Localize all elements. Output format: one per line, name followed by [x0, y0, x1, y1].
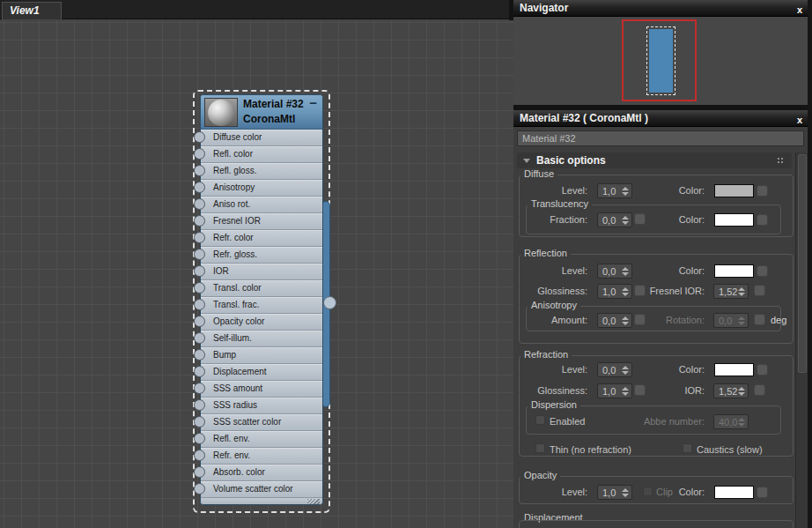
navigator-titlebar[interactable]: Navigator x — [513, 0, 808, 17]
slot-socket-icon[interactable] — [194, 131, 205, 143]
slot-socket-icon[interactable] — [194, 416, 205, 428]
diffuse-level-spinner[interactable]: 1,0 — [597, 183, 632, 198]
slot-socket-icon[interactable] — [194, 399, 205, 411]
rotation-spinner: 0,0 — [713, 313, 749, 328]
translucency-color-map-button[interactable] — [757, 214, 768, 226]
fresnel-ior-map-button[interactable] — [754, 285, 765, 296]
node-slot-label: Self-illum. — [213, 333, 252, 343]
spinner-arrows-icon[interactable] — [622, 186, 629, 197]
slot-socket-icon[interactable] — [194, 349, 205, 361]
node-slot[interactable]: Refl. env. — [201, 431, 322, 448]
node-slot[interactable]: Refr. color — [201, 230, 322, 247]
slot-socket-icon[interactable] — [194, 198, 205, 210]
node-slot[interactable]: Refl. color — [201, 146, 322, 163]
ior-spinner[interactable]: 1,52 — [713, 383, 749, 398]
node-slot[interactable]: IOR — [201, 264, 322, 280]
caustics-checkbox[interactable] — [683, 443, 692, 453]
node-slot[interactable]: Refl. gloss. — [201, 163, 322, 180]
navigator-close-icon[interactable]: x — [797, 2, 802, 18]
node-slot[interactable]: Anisotropy — [201, 180, 322, 197]
thin-checkbox[interactable] — [535, 443, 545, 453]
tab-view1[interactable]: View1 — [2, 2, 62, 19]
opacity-level-spinner[interactable]: 1,0 — [597, 485, 632, 500]
slot-socket-icon[interactable] — [194, 433, 205, 444]
node-slot[interactable]: Opacity color — [201, 314, 322, 331]
spinner-arrows-icon[interactable] — [622, 215, 629, 226]
rotation-map-button[interactable] — [754, 314, 765, 325]
reflection-level-spinner[interactable]: 0,0 — [597, 264, 632, 279]
reflection-color-map-button[interactable] — [757, 265, 768, 277]
refraction-color-map-button[interactable] — [757, 364, 768, 376]
node-slot[interactable]: Aniso rot. — [201, 197, 322, 213]
translucency-color-swatch[interactable] — [714, 213, 754, 227]
node-slot[interactable]: SSS amount — [201, 381, 322, 398]
opacity-color-swatch[interactable] — [714, 486, 754, 499]
slot-socket-icon[interactable] — [194, 366, 205, 377]
node-body[interactable]: Material #32 CoronaMtl − Diffuse colorRe… — [200, 94, 323, 505]
spinner-arrows-icon[interactable] — [622, 487, 629, 498]
node-slot[interactable]: Bump — [201, 347, 322, 364]
node-slot[interactable]: Transl. frac. — [201, 297, 322, 314]
node-slot[interactable]: Displacement — [201, 364, 322, 381]
scrollbar-thumb[interactable] — [798, 154, 807, 373]
node-subtitle: CoronaMtl — [243, 112, 304, 127]
node-slot[interactable]: Self-illum. — [201, 331, 322, 347]
rollout-grip-icon[interactable] — [777, 157, 785, 165]
node-slot[interactable]: Diffuse color — [201, 130, 322, 146]
slot-socket-icon[interactable] — [194, 165, 205, 176]
material-node[interactable]: Material #32 CoronaMtl − Diffuse colorRe… — [200, 94, 323, 505]
slot-socket-icon[interactable] — [194, 232, 205, 243]
slot-socket-icon[interactable] — [194, 148, 205, 160]
node-slot[interactable]: Volume scatter color — [201, 481, 322, 498]
slot-socket-icon[interactable] — [194, 299, 205, 310]
slot-socket-icon[interactable] — [194, 265, 205, 277]
material-name-input[interactable]: Material #32 — [517, 130, 804, 146]
reflection-color-swatch[interactable] — [714, 264, 754, 278]
diffuse-color-swatch[interactable] — [714, 184, 754, 197]
enabled-checkbox[interactable] — [535, 415, 545, 425]
slot-socket-icon[interactable] — [194, 282, 205, 294]
refraction-level-spinner[interactable]: 0,0 — [597, 362, 632, 377]
diffuse-color-map-button[interactable] — [757, 185, 768, 197]
parameters-close-icon[interactable]: x — [797, 112, 802, 128]
node-canvas[interactable]: Material #32 CoronaMtl − Diffuse colorRe… — [0, 20, 513, 528]
spinner-arrows-icon[interactable] — [622, 365, 629, 376]
node-resize-grip[interactable] — [307, 499, 320, 504]
node-output-socket[interactable] — [323, 296, 336, 309]
navigator-content[interactable] — [513, 17, 808, 105]
node-slot[interactable]: Refr. env. — [201, 448, 322, 465]
slot-socket-icon[interactable] — [194, 316, 205, 327]
spinner-arrows-icon[interactable] — [738, 386, 745, 397]
navigator-view-frame[interactable] — [622, 19, 697, 101]
node-collapse-icon[interactable]: − — [309, 97, 317, 109]
slot-socket-icon[interactable] — [194, 249, 205, 260]
fresnel-ior-spinner[interactable]: 1,52 — [713, 284, 749, 299]
slot-socket-icon[interactable] — [194, 466, 205, 478]
spinner-arrows-icon[interactable] — [622, 266, 629, 277]
node-header[interactable]: Material #32 CoronaMtl − — [201, 95, 322, 130]
navigator-node-thumbnail[interactable] — [649, 29, 673, 93]
node-slot[interactable]: SSS radius — [201, 398, 322, 414]
slot-socket-icon[interactable] — [194, 215, 205, 227]
slot-socket-icon[interactable] — [194, 450, 205, 461]
spinner-arrows-icon[interactable] — [738, 286, 745, 297]
ior-map-button[interactable] — [754, 384, 765, 396]
node-slot[interactable]: Transl. color — [201, 280, 322, 297]
slot-socket-icon[interactable] — [194, 483, 205, 495]
slot-socket-icon[interactable] — [194, 182, 205, 193]
fraction-map-button[interactable] — [634, 213, 646, 225]
abbe-number-spinner: 40,0 — [713, 414, 749, 429]
view-tabbar: View1 — [0, 0, 509, 19]
node-slot[interactable]: SSS scatter color — [201, 414, 322, 431]
node-slot[interactable]: Absorb. color — [201, 465, 322, 481]
parameters-scrollbar[interactable] — [795, 152, 808, 528]
slot-socket-icon[interactable] — [194, 383, 205, 394]
parameters-titlebar[interactable]: Material #32 ( CoronaMtl ) x — [513, 110, 808, 127]
refraction-color-swatch[interactable] — [714, 363, 754, 376]
node-slot[interactable]: Refr. gloss. — [201, 247, 322, 264]
fraction-spinner[interactable]: 0,0 — [597, 212, 632, 227]
basic-options-rollout[interactable]: Basic options — [517, 152, 792, 168]
node-slot[interactable]: Fresnel IOR — [201, 213, 322, 230]
slot-socket-icon[interactable] — [194, 332, 205, 344]
opacity-color-map-button[interactable] — [757, 487, 768, 498]
